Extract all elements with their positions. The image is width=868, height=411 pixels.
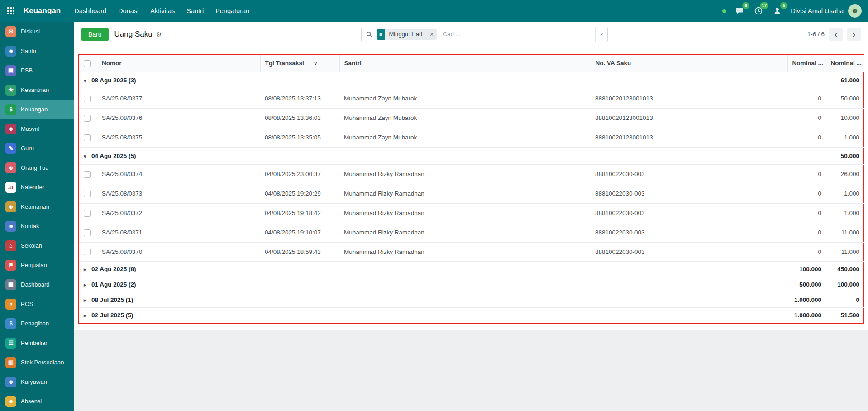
sidebar-item-kesantrian[interactable]: ★Kesantrian bbox=[0, 80, 74, 100]
row-checkbox[interactable] bbox=[84, 115, 91, 122]
cell-santri: Muhammad Rizky Ramadhan bbox=[339, 164, 591, 184]
row-checkbox[interactable] bbox=[84, 171, 91, 178]
sidebar-item-label: Guru bbox=[21, 145, 34, 152]
group-row[interactable]: ▸02 Agu 2025 (8)100.000450.000 bbox=[79, 262, 864, 277]
sidebar-item-keamanan[interactable]: ☻Keamanan bbox=[0, 197, 74, 216]
row-checkbox-cell bbox=[79, 89, 97, 108]
requests-button[interactable]: 5 bbox=[772, 5, 783, 17]
registration-icon: ▤ bbox=[5, 65, 16, 76]
sidebar-item-pembelian[interactable]: ☰Pembelian bbox=[0, 333, 74, 353]
sidebar-item-guru[interactable]: ✎Guru bbox=[0, 139, 74, 158]
column-header-nomor-0[interactable]: Nomor bbox=[97, 55, 260, 72]
apps-grid-icon bbox=[7, 7, 14, 14]
messages-button[interactable]: 6 bbox=[734, 5, 745, 17]
employees-icon: ☻ bbox=[5, 377, 16, 387]
sidebar-item-dashboard[interactable]: ▦Dashboard bbox=[0, 275, 74, 294]
table-row[interactable]: SA/25.08/037204/08/2025 19:18:42Muhammad… bbox=[79, 203, 864, 223]
search-input[interactable] bbox=[442, 30, 595, 38]
sidebar-item-kontak[interactable]: ☻Kontak bbox=[0, 216, 74, 236]
column-label: Santri bbox=[344, 60, 362, 67]
table-row[interactable]: SA/25.08/037104/08/2025 19:10:07Muhammad… bbox=[79, 223, 864, 242]
activities-button[interactable]: 17 bbox=[753, 5, 764, 17]
nav-menu-pengaturan[interactable]: Pengaturan bbox=[215, 7, 249, 14]
column-header-nominal-5[interactable]: Nominal ... bbox=[826, 55, 864, 72]
row-checkbox[interactable] bbox=[84, 134, 91, 141]
sidebar-item-keuangan[interactable]: $Keuangan bbox=[0, 100, 74, 119]
row-checkbox[interactable] bbox=[84, 229, 91, 236]
group-sum-nominal-2: 61.000 bbox=[826, 72, 864, 89]
nav-menu-aktivitas[interactable]: Aktivitas bbox=[150, 7, 175, 14]
sidebar-item-penjualan[interactable]: ⚑Penjualan bbox=[0, 255, 74, 275]
sidebar-item-santri[interactable]: ☻Santri bbox=[0, 41, 74, 61]
nav-menu-dashboard[interactable]: Dashboard bbox=[74, 7, 106, 14]
group-label: 04 Agu 2025 (5) bbox=[91, 153, 136, 159]
requests-badge: 5 bbox=[780, 2, 787, 9]
select-all-checkbox[interactable] bbox=[84, 60, 91, 67]
row-checkbox[interactable] bbox=[84, 191, 91, 197]
row-checkbox[interactable] bbox=[84, 249, 91, 255]
sidebar-item-stok-persediaan[interactable]: ▥Stok Persediaan bbox=[0, 353, 74, 372]
cell-nominal-1: 0 bbox=[787, 108, 826, 128]
sidebar-item-psb[interactable]: ▤PSB bbox=[0, 61, 74, 80]
table-row[interactable]: SA/25.08/037708/08/2025 13:37:13Muhammad… bbox=[79, 89, 864, 108]
search-facet[interactable]: ≡ Minggu: Hari × bbox=[377, 29, 437, 40]
cell-santri: Muhammad Zayn Mubarok bbox=[339, 89, 591, 108]
table-row[interactable]: SA/25.08/037404/08/2025 23:00:37Muhammad… bbox=[79, 164, 864, 184]
sidebar-item-label: Pembelian bbox=[21, 339, 48, 346]
sidebar-item-label: Santri bbox=[21, 48, 36, 54]
filter-facet-icon: ≡ bbox=[377, 29, 385, 40]
sidebar-item-pos[interactable]: ¤POS bbox=[0, 294, 74, 314]
sidebar-item-kalender[interactable]: 31Kalender bbox=[0, 177, 74, 197]
group-row[interactable]: ▾08 Agu 2025 (3)61.000 bbox=[79, 72, 864, 89]
table-row[interactable]: SA/25.08/037508/08/2025 13:35:05Muhammad… bbox=[79, 128, 864, 147]
group-sum-nominal-1 bbox=[787, 147, 826, 164]
group-row[interactable]: ▸01 Agu 2025 (2)500.000100.000 bbox=[79, 277, 864, 292]
sidebar-item-musyrif[interactable]: ☻Musyrif bbox=[0, 119, 74, 139]
new-record-button[interactable]: Baru bbox=[81, 28, 109, 41]
pager-next-button[interactable]: › bbox=[847, 28, 861, 41]
search-dropdown-toggle[interactable]: ˅ bbox=[595, 27, 607, 42]
column-header-santri-2[interactable]: Santri bbox=[339, 55, 591, 72]
table-row[interactable]: SA/25.08/037004/08/2025 18:59:43Muhammad… bbox=[79, 242, 864, 262]
search-icon bbox=[366, 31, 372, 38]
group-row[interactable]: ▸08 Jul 2025 (1)1.000.0000 bbox=[79, 292, 864, 308]
apps-menu-button[interactable] bbox=[0, 0, 22, 22]
group-sum-nominal-2: 50.000 bbox=[826, 147, 864, 164]
column-header-no-va-saku-3[interactable]: No. VA Saku bbox=[591, 55, 787, 72]
column-header-tgl-transaksi-1[interactable]: Tgl Transaksi˅ bbox=[260, 55, 339, 72]
table-row[interactable]: SA/25.08/037608/08/2025 13:36:03Muhammad… bbox=[79, 108, 864, 128]
gear-icon[interactable]: ⚙ bbox=[156, 31, 162, 38]
user-menu[interactable]: Divisi Amal Usaha ☻ bbox=[791, 4, 862, 18]
row-checkbox-cell bbox=[79, 203, 97, 223]
row-checkbox-cell bbox=[79, 184, 97, 203]
sidebar-item-penagihan[interactable]: $Penagihan bbox=[0, 314, 74, 333]
row-checkbox[interactable] bbox=[84, 210, 91, 217]
sidebar-item-karyawan[interactable]: ☻Karyawan bbox=[0, 372, 74, 392]
facet-close-icon[interactable]: × bbox=[426, 29, 437, 40]
cell-no-va-saku: 88810022030-003 bbox=[591, 242, 787, 262]
table-row[interactable]: SA/25.08/037304/08/2025 19:20:29Muhammad… bbox=[79, 184, 864, 203]
expand-caret-icon: ▸ bbox=[84, 313, 91, 319]
sort-descending-icon: ˅ bbox=[314, 60, 317, 67]
sidebar-item-sekolah[interactable]: ⌂Sekolah bbox=[0, 236, 74, 255]
cell-santri: Muhammad Rizky Ramadhan bbox=[339, 223, 591, 242]
sidebar-item-diskusi[interactable]: ✉Diskusi bbox=[0, 22, 74, 41]
app-brand[interactable]: Keuangan bbox=[24, 6, 61, 15]
group-row[interactable]: ▾04 Agu 2025 (5)50.000 bbox=[79, 147, 864, 164]
top-navbar: Keuangan DashboardDonasiAktivitasSantriP… bbox=[0, 0, 868, 22]
cell-no-va-saku: 88810022030-003 bbox=[591, 184, 787, 203]
main-area: Baru Uang Saku ⚙ ≡ Minggu: Hari × ˅ 1-6 … bbox=[74, 22, 868, 411]
column-header-nominal-4[interactable]: Nominal ... bbox=[787, 55, 826, 72]
row-checkbox-cell bbox=[79, 108, 97, 128]
billing-icon: $ bbox=[5, 318, 16, 329]
sidebar-item-label: Absensi bbox=[21, 398, 42, 405]
nav-menu-donasi[interactable]: Donasi bbox=[118, 7, 138, 14]
row-checkbox-cell bbox=[79, 223, 97, 242]
sidebar-item-orang-tua[interactable]: ☻Orang Tua bbox=[0, 158, 74, 177]
row-checkbox[interactable] bbox=[84, 96, 91, 102]
group-row[interactable]: ▸02 Jul 2025 (5)1.000.00051.500 bbox=[79, 308, 864, 323]
sidebar-item-label: Keuangan bbox=[21, 106, 48, 113]
nav-menu-santri[interactable]: Santri bbox=[186, 7, 204, 14]
sidebar-item-absensi[interactable]: ☻Absensi bbox=[0, 392, 74, 411]
pager-previous-button[interactable]: ‹ bbox=[829, 28, 843, 41]
